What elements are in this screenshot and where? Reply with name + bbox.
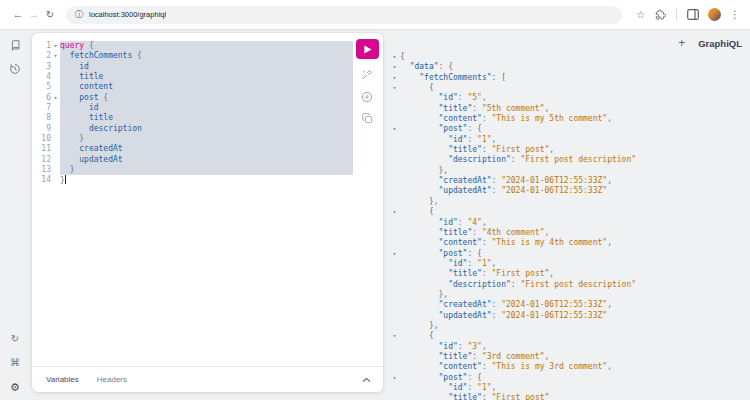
keyboard-shortcut-icon[interactable]: ⌘ [7, 355, 23, 371]
history-icon[interactable] [7, 61, 23, 77]
fold-arrow-icon[interactable]: ▾ [389, 124, 400, 134]
copy-query-icon[interactable] [361, 112, 374, 125]
fold-gutter [389, 135, 400, 145]
code-text: "createdAt": "2024-01-06T12:55:33Z", [400, 300, 750, 310]
code-text: "title": "5th comment", [400, 104, 750, 114]
merge-fragments-icon[interactable] [361, 90, 374, 103]
editor-line: 1▾query { [38, 41, 353, 51]
code-text: post { [60, 93, 353, 103]
line-number: 4 [38, 72, 51, 82]
back-icon[interactable]: ← [10, 9, 26, 20]
fold-gutter [51, 144, 60, 154]
code-text: "title": "First post" [400, 393, 750, 400]
forward-icon[interactable]: → [26, 9, 42, 20]
graphiql-main: ↻ ⌘ ⚙ 1▾query {2▾ fetchComments {3 id4 t… [0, 31, 750, 400]
editor-line: 10 } [38, 134, 353, 144]
code-text: "title": "First post", [400, 145, 750, 155]
play-icon [363, 45, 372, 54]
line-number: 9 [38, 124, 51, 134]
code-text: title [60, 113, 353, 123]
fold-arrow-icon[interactable]: ▾ [389, 331, 400, 341]
session-header: + GraphiQL [678, 37, 742, 49]
fold-gutter [389, 269, 400, 279]
fold-gutter [389, 311, 400, 321]
response-line: "content": "This is my 4th comment", [389, 238, 750, 248]
code-text: id [60, 62, 353, 72]
fold-arrow-icon[interactable]: ▾ [51, 51, 60, 61]
response-line: ▾ "data": { [389, 62, 750, 72]
fold-arrow-icon[interactable]: ▾ [51, 93, 60, 103]
response-line: "title": "First post", [389, 269, 750, 279]
fold-gutter [51, 113, 60, 123]
code-text: fetchComments { [60, 51, 353, 61]
text-cursor [65, 175, 66, 184]
fold-arrow-icon[interactable]: ▾ [389, 207, 400, 217]
side-panel-icon[interactable] [686, 8, 699, 21]
response-line: "content": "This is my 3rd comment", [389, 362, 750, 372]
fold-gutter [389, 155, 400, 165]
tab-variables[interactable]: Variables [46, 375, 79, 384]
response-line: }, [389, 321, 750, 331]
line-number: 14 [38, 175, 51, 185]
browser-menu-icon[interactable]: ⋮ [730, 10, 740, 20]
extensions-puzzle-icon[interactable] [654, 8, 667, 21]
add-tab-button[interactable]: + [678, 37, 685, 49]
settings-gear-icon[interactable]: ⚙ [7, 379, 23, 395]
fold-arrow-icon[interactable]: ▾ [389, 62, 400, 72]
response-line: "title": "First post", [389, 145, 750, 155]
line-number: 13 [38, 165, 51, 175]
refetch-schema-icon[interactable]: ↻ [7, 331, 23, 347]
code-text: { [400, 207, 750, 217]
fold-gutter [389, 218, 400, 228]
response-line: ▾ { [389, 83, 750, 93]
fold-arrow-icon[interactable]: ▾ [389, 73, 400, 83]
code-text: "updatedAt": "2024-01-06T12:55:33Z" [400, 186, 750, 196]
fold-arrow-icon[interactable]: ▾ [389, 52, 400, 62]
graphiql-app: ← → ↻ ⓘ localhost:3000/graphiql ☆ ⋮ [0, 0, 750, 400]
query-editor[interactable]: 1▾query {2▾ fetchComments {3 id4 title5 … [38, 41, 353, 186]
response-line: "id": "1", [389, 135, 750, 145]
code-text: title [60, 72, 353, 82]
response-line: "updatedAt": "2024-01-06T12:55:33Z" [389, 311, 750, 321]
code-text: "id": "1", [400, 259, 750, 269]
response-line: "id": "3", [389, 342, 750, 352]
code-text: { [400, 52, 750, 62]
fold-arrow-icon[interactable]: ▾ [389, 249, 400, 259]
response-line: "updatedAt": "2024-01-06T12:55:33Z" [389, 186, 750, 196]
fold-arrow-icon[interactable]: ▾ [389, 373, 400, 383]
fold-gutter [389, 342, 400, 352]
profile-avatar[interactable] [708, 8, 721, 21]
fold-gutter [389, 290, 400, 300]
code-text: }, [400, 166, 750, 176]
code-text: "createdAt": "2024-01-06T12:55:33Z", [400, 176, 750, 186]
fold-arrow-icon[interactable]: ▾ [51, 41, 60, 51]
site-info-icon[interactable]: ⓘ [75, 11, 83, 19]
code-text: "content": "This is my 5th comment", [400, 114, 750, 124]
code-text: "post": { [400, 373, 750, 383]
fold-gutter [389, 186, 400, 196]
bookmark-star-icon[interactable]: ☆ [636, 10, 645, 20]
code-text: } [60, 134, 353, 144]
editor-line: 4 title [38, 72, 353, 82]
fold-gutter [389, 321, 400, 331]
fold-gutter [389, 145, 400, 155]
prettify-icon[interactable] [361, 68, 374, 81]
code-text: } [60, 165, 353, 175]
chevron-up-icon[interactable] [362, 377, 371, 383]
response-line: "id": "1", [389, 383, 750, 393]
response-line: }, [389, 166, 750, 176]
editor-line: 9 description [38, 124, 353, 134]
fold-arrow-icon[interactable]: ▾ [389, 83, 400, 93]
response-line: "title": "First post" [389, 393, 750, 400]
browser-actions: ☆ ⋮ [636, 8, 740, 21]
execute-query-button[interactable] [356, 39, 379, 59]
tab-headers[interactable]: Headers [97, 375, 127, 384]
url-bar[interactable]: ⓘ localhost:3000/graphiql [66, 6, 622, 24]
docs-icon[interactable] [7, 37, 23, 53]
code-text: "id": "4", [400, 218, 750, 228]
fold-gutter [51, 155, 60, 165]
response-line: ▾ "post": { [389, 124, 750, 134]
reload-icon[interactable]: ↻ [42, 10, 58, 20]
url-text: localhost:3000/graphiql [89, 10, 166, 19]
fold-gutter [389, 114, 400, 124]
